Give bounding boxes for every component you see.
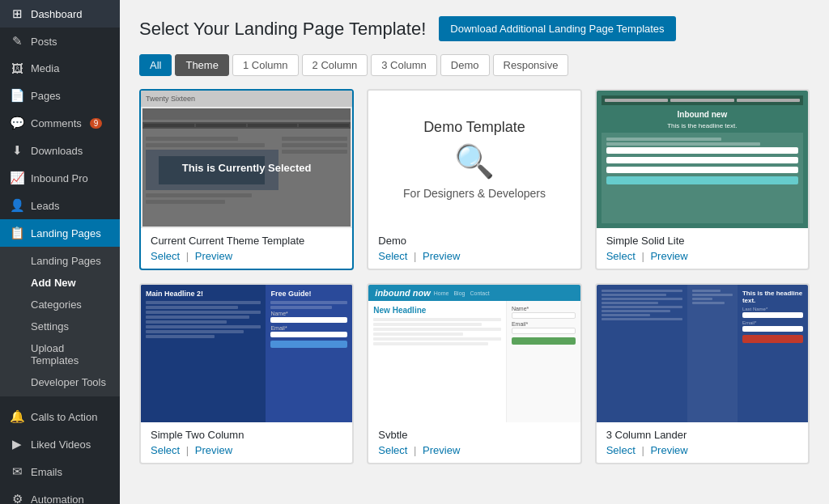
solid-field	[606, 157, 798, 163]
template-name: Demo	[378, 235, 570, 247]
template-card-footer-demo: Demo Select | Preview	[368, 228, 580, 269]
solid-submit-btn	[606, 176, 798, 184]
select-link-svbtle[interactable]: Select	[378, 444, 407, 456]
sidebar-item-label: Leads	[31, 200, 59, 212]
sidebar-item-label: Emails	[31, 466, 62, 478]
pages-icon: 📄	[10, 88, 24, 103]
submenu-categories[interactable]: Categories	[0, 294, 120, 316]
filter-tab-1col[interactable]: 1 Column	[232, 54, 299, 76]
svbtle-header: inbound now Home Blog Contact	[368, 285, 580, 301]
select-link-solid[interactable]: Select	[606, 250, 636, 262]
template-name: Current Current Theme Template	[151, 235, 342, 247]
action-separator: |	[641, 444, 644, 456]
template-preview-two-col: Main Headline 2! Free Guide! Name*	[141, 285, 352, 422]
liked-videos-icon: ▶	[10, 437, 24, 451]
solid-brand: Inbound new	[602, 110, 803, 119]
preview-link-3col[interactable]: Preview	[650, 444, 687, 456]
filter-tabs: All Theme 1 Column 2 Column 3 Column Dem…	[139, 54, 810, 76]
sidebar-item-label: Posts	[31, 36, 57, 48]
solid-field	[606, 167, 798, 173]
sidebar-item-posts[interactable]: ✎ Posts	[0, 28, 120, 55]
calls-to-action-icon: 🔔	[10, 409, 24, 424]
filter-tab-3col[interactable]: 3 Column	[371, 54, 437, 76]
sidebar-item-liked-videos[interactable]: ▶ Liked Videos	[0, 430, 120, 458]
sidebar-item-downloads[interactable]: ⬇ Downloads	[0, 137, 120, 164]
template-card-simple-solid-lite[interactable]: Inbound new This is the headline text. S…	[595, 89, 810, 270]
filter-tab-all[interactable]: All	[139, 54, 172, 76]
select-link-current-theme[interactable]: Select	[151, 250, 180, 262]
sidebar-item-inbound-pro[interactable]: 📈 Inbound Pro	[0, 164, 120, 192]
template-card-two-column[interactable]: Main Headline 2! Free Guide! Name*	[139, 283, 354, 464]
theme-top-bar: Twenty Sixteen	[141, 91, 352, 107]
solid-field	[606, 147, 798, 154]
sidebar-item-emails[interactable]: ✉ Emails	[0, 458, 120, 485]
template-preview-solid: Inbound new This is the headline text.	[597, 91, 808, 228]
two-col-heading: Main Headline 2!	[146, 290, 261, 298]
preview-link-two-col[interactable]: Preview	[195, 444, 232, 456]
svbtle-main: New Headline	[368, 301, 506, 422]
template-preview-svbtle: inbound now Home Blog Contact New Headli…	[368, 285, 580, 422]
svbtle-body: New Headline Name* Email*	[368, 301, 580, 422]
dashboard-icon: ⊞	[10, 6, 24, 21]
template-name: Simple Solid Lite	[606, 235, 798, 247]
sidebar-item-dashboard[interactable]: ⊞ Dashboard	[0, 0, 120, 28]
action-separator: |	[641, 250, 644, 262]
template-grid: Twenty Sixteen	[139, 89, 810, 464]
three-col-email-field	[742, 326, 803, 332]
template-card-demo[interactable]: Demo Template 🔍 For Designers & Develope…	[367, 89, 581, 270]
solid-top-bar	[602, 95, 803, 105]
preview-link-svbtle[interactable]: Preview	[423, 444, 460, 456]
svbtle-form-sidebar: Name* Email*	[506, 301, 580, 422]
svbtle-nav: Home Blog Contact	[434, 290, 490, 296]
preview-link-solid[interactable]: Preview	[650, 250, 687, 262]
template-name: 3 Column Lander	[606, 429, 798, 441]
inbound-pro-icon: 📈	[10, 171, 24, 185]
sidebar-item-label: Inbound Pro	[31, 172, 88, 184]
download-templates-button[interactable]: Download Additional Landing Page Templat…	[439, 16, 675, 41]
comments-icon: 💬	[10, 116, 24, 130]
template-card-footer-svbtle: Svbtle Select | Preview	[368, 422, 580, 463]
template-actions: Select | Preview	[378, 250, 570, 262]
sidebar-item-calls-to-action[interactable]: 🔔 Calls to Action	[0, 403, 120, 430]
two-col-name-field	[270, 317, 347, 323]
select-link-3col[interactable]: Select	[606, 444, 636, 456]
sidebar-item-label: Downloads	[31, 145, 83, 157]
template-card-footer-3col: 3 Column Lander Select | Preview	[597, 422, 808, 463]
preview-link-demo[interactable]: Preview	[423, 250, 460, 262]
emails-icon: ✉	[10, 464, 24, 479]
filter-tab-theme[interactable]: Theme	[175, 54, 228, 76]
downloads-icon: ⬇	[10, 143, 24, 158]
sidebar-item-label: Landing Pages	[31, 227, 101, 239]
submenu-upload-templates[interactable]: Upload Templates	[0, 337, 120, 371]
select-link-two-col[interactable]: Select	[151, 444, 180, 456]
sidebar-item-comments[interactable]: 💬 Comments 9	[0, 109, 120, 137]
sidebar-item-pages[interactable]: 📄 Pages	[0, 82, 120, 109]
action-separator: |	[186, 250, 189, 262]
submenu-add-new[interactable]: Add New	[0, 272, 120, 294]
template-actions: Select | Preview	[378, 444, 570, 456]
submenu-developer-tools[interactable]: Developer Tools	[0, 371, 120, 393]
sidebar-item-media[interactable]: 🖼 Media	[0, 55, 120, 82]
three-col-submit-btn	[742, 335, 803, 343]
sidebar-item-landing-pages[interactable]: 📋 Landing Pages	[0, 219, 120, 247]
template-card-svbtle[interactable]: inbound now Home Blog Contact New Headli…	[367, 283, 581, 464]
preview-link-current-theme[interactable]: Preview	[195, 250, 232, 262]
template-actions: Select | Preview	[151, 250, 342, 262]
sidebar-item-automation[interactable]: ⚙ Automation	[0, 485, 120, 504]
submenu-landing-pages[interactable]: Landing Pages	[0, 250, 120, 272]
landing-pages-icon: 📋	[10, 226, 24, 240]
automation-icon: ⚙	[10, 492, 24, 504]
template-card-3col-lander[interactable]: This is the headline text. Last Name* Em…	[595, 283, 810, 464]
select-link-demo[interactable]: Select	[378, 250, 407, 262]
action-separator: |	[414, 444, 416, 456]
sidebar-item-leads[interactable]: 👤 Leads	[0, 192, 120, 219]
two-col-right-heading: Free Guide!	[270, 290, 347, 298]
two-col-submit-btn	[270, 341, 347, 348]
main-content: Select Your Landing Page Template! Downl…	[120, 0, 829, 504]
page-title: Select Your Landing Page Template!	[139, 19, 426, 40]
submenu-settings[interactable]: Settings	[0, 316, 120, 337]
filter-tab-2col[interactable]: 2 Column	[302, 54, 368, 76]
template-card-current-theme[interactable]: Twenty Sixteen	[139, 89, 354, 270]
filter-tab-responsive[interactable]: Responsive	[493, 54, 569, 76]
filter-tab-demo[interactable]: Demo	[440, 54, 490, 76]
